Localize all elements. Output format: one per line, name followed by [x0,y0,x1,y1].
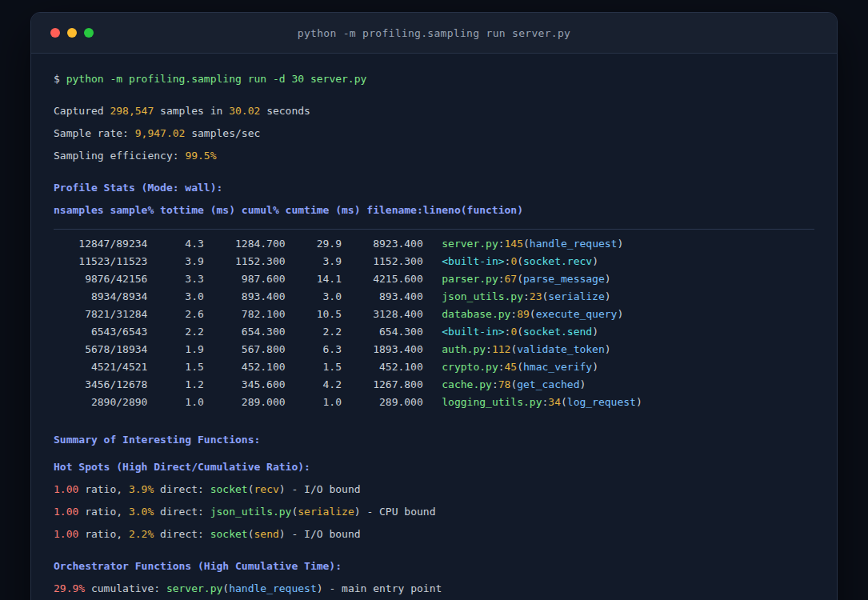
code-segment: 9,947.02 [135,127,186,139]
code-segment: 2.2% [129,528,154,540]
code-segment: <built-in> [442,255,504,267]
orchestrator-line: 29.9% cumulative: server.py(handle_reque… [54,578,814,600]
code-segment: 298,547 [110,105,154,117]
code-segment: Orchestrator Functions (High Cumulative … [54,560,342,572]
code-segment: parser.py [442,273,498,285]
code-segment: server.py [166,582,222,594]
table-row: 4521/4521 1.5 452.100 1.5 452.100 crypto… [54,358,814,376]
code-segment: 9876/42156 3.3 987.600 14.1 4215.600 [54,273,442,285]
code-segment: ( [248,483,254,495]
code-segment: 5678/18934 1.9 567.800 6.3 1893.400 [54,343,442,355]
terminal-window: python -m profiling.sampling run server.… [30,12,838,600]
code-segment: Captured [54,105,110,117]
code-segment: cache.py [442,378,492,390]
code-segment: ( [517,255,523,267]
code-segment: cumulative: [85,582,166,594]
code-segment: 3.0% [129,506,154,518]
code-segment: ) [279,483,286,495]
table-row: 6543/6543 2.2 654.300 2.2 654.300 <built… [54,323,814,341]
code-segment: socket [210,528,248,540]
capture-stat-line: Captured 298,547 samples in 30.02 second… [54,100,814,122]
code-segment: 1.00 [54,483,78,495]
code-segment: log_request [567,396,636,408]
zoom-button[interactable] [84,28,94,38]
code-segment: ) [279,528,286,540]
code-segment: samples/sec [185,127,260,139]
hot-spots-section: Hot Spots (High Direct/Cumulative Ratio)… [54,456,814,546]
code-segment: 29.9% [54,582,85,594]
code-segment: python -m profiling.sampling run -d 30 s… [66,73,367,85]
code-segment: server.py [442,238,498,250]
code-segment: 23 [530,290,542,302]
table-row: 3456/12678 1.2 345.600 4.2 1267.800 cach… [54,376,814,394]
orchestrator-section: Orchestrator Functions (High Cumulative … [54,555,814,600]
code-segment: Profile Stats (Mode: wall): [54,182,222,194]
code-segment: - CPU bound [361,506,436,518]
summary-heading-line: Summary of Interesting Functions: [54,429,814,451]
table-row: 2890/2890 1.0 289.000 1.0 289.000 loggin… [54,394,814,411]
code-segment: 45 [505,361,518,373]
code-segment: ) [605,273,611,285]
code-segment: 67 [505,273,518,285]
code-segment: : [498,273,505,285]
code-segment: ( [248,528,254,540]
code-segment: ( [561,396,567,408]
code-segment: socket.recv [523,255,592,267]
code-segment: 1.00 [54,506,78,518]
code-segment: direct: [154,528,210,540]
code-segment: 2890/2890 1.0 289.000 1.0 289.000 [54,396,442,408]
code-segment: json_utils.py [210,506,292,518]
code-segment: Sampling efficiency: [54,150,185,162]
terminal-output: $ python -m profiling.sampling run -d 30… [31,54,837,600]
close-button[interactable] [50,28,60,38]
profile-stats-heading-section: Profile Stats (Mode: wall):nsamples samp… [54,177,814,222]
capture-stats-section: Captured 298,547 samples in 30.02 second… [54,100,814,167]
divider [54,229,814,230]
code-segment: ) [317,582,323,594]
code-segment: samples in [154,105,229,117]
table-row: 11523/11523 3.9 1152.300 3.9 1152.300 <b… [54,253,814,270]
code-segment: ratio, [78,506,129,518]
hot-spot-line: 1.00 ratio, 3.0% direct: json_utils.py(s… [54,501,814,523]
code-segment: 12847/89234 4.3 1284.700 29.9 8923.400 [54,238,442,250]
table-row: 5678/18934 1.9 567.800 6.3 1893.400 auth… [54,341,814,358]
code-segment: socket [210,483,248,495]
code-segment: ( [523,238,530,250]
code-segment: 89 [517,308,530,320]
code-segment: 8934/8934 3.0 893.400 3.0 893.400 [54,290,442,302]
code-segment: 34 [548,396,561,408]
code-segment: : [498,238,505,250]
titlebar: python -m profiling.sampling run server.… [31,13,837,54]
command-section: $ python -m profiling.sampling run -d 30… [54,68,814,90]
capture-stat-line: Sample rate: 9,947.02 samples/sec [54,122,814,145]
table-row: 7821/31284 2.6 782.100 10.5 3128.400 dat… [54,306,814,323]
code-segment: - I/O bound [286,483,361,495]
traffic-lights [31,28,94,38]
code-segment: ) [617,238,623,250]
code-segment: : [523,290,530,302]
code-segment: ( [517,326,523,338]
code-segment: get_cached [517,378,579,390]
code-segment: auth.py [442,343,486,355]
code-segment: ) [592,361,598,373]
table-row: 9876/42156 3.3 987.600 14.1 4215.600 par… [54,270,814,288]
code-segment: 78 [498,378,511,390]
code-segment: 3456/12678 1.2 345.600 4.2 1267.800 [54,378,442,390]
code-segment: 6543/6543 2.2 654.300 2.2 654.300 [54,326,442,338]
code-segment: ) [592,326,598,338]
code-segment: nsamples sample% tottime (ms) cumul% cum… [54,204,523,216]
code-segment: : [510,308,517,320]
code-segment: 3.9% [129,483,154,495]
orchestrator-line: Orchestrator Functions (High Cumulative … [54,555,814,578]
code-segment: : [498,361,505,373]
minimize-button[interactable] [67,28,77,38]
code-segment: Sample rate: [54,127,135,139]
capture-stat-line: Sampling efficiency: 99.5% [54,145,814,167]
code-segment: 99.5% [185,150,216,162]
code-segment: : [492,378,498,390]
code-segment: ( [222,582,229,594]
hot-spot-line: 1.00 ratio, 2.2% direct: socket(send) - … [54,523,814,546]
code-segment: ) [605,290,611,302]
code-segment: execute_query [536,308,618,320]
code-segment: ratio, [78,483,129,495]
